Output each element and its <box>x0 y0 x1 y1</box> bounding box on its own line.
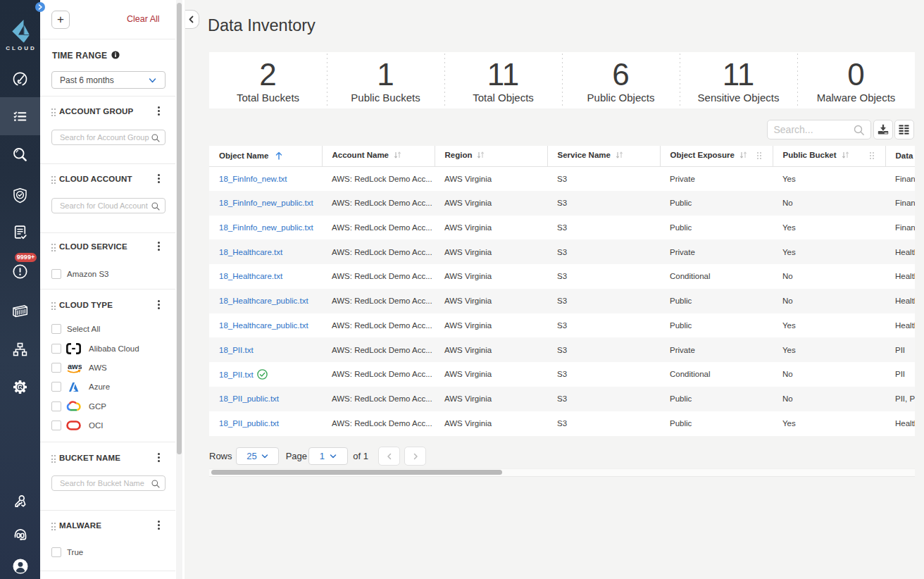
svg-text:aws: aws <box>68 362 82 371</box>
